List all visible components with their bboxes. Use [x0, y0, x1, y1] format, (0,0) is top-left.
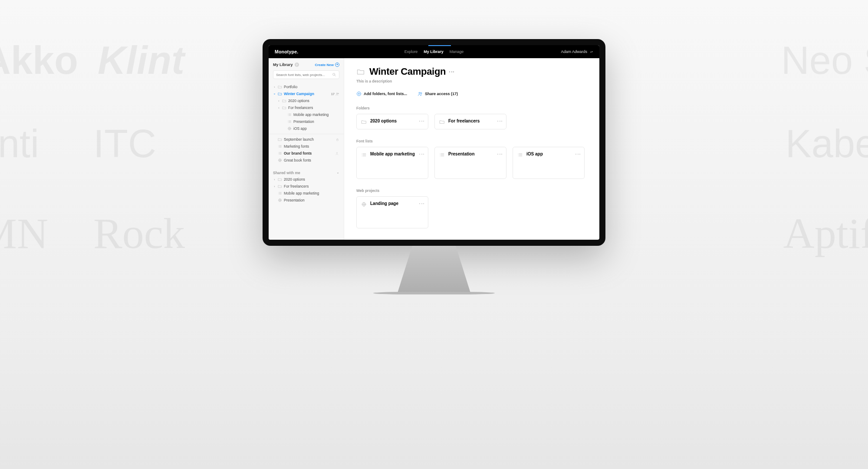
- section-webprojects-label: Web projects: [356, 188, 587, 193]
- folder-card-2020-options[interactable]: 2020 options ⋮: [356, 114, 428, 129]
- shared-item-2020-options[interactable]: › 2020 options: [269, 176, 344, 183]
- svg-point-29: [278, 152, 279, 153]
- section-fontlists-label: Font lists: [356, 139, 587, 143]
- user-menu[interactable]: Adam Adwards ▴▾: [561, 50, 593, 54]
- page-description: This is a description: [356, 79, 587, 83]
- svg-point-67: [518, 156, 519, 156]
- lock-icon: [335, 138, 339, 142]
- folder-icon: [282, 106, 286, 110]
- top-nav-links: Explore My Library Manage: [404, 50, 464, 54]
- list-icon: [361, 152, 367, 158]
- page-title: Winter Campaign: [369, 66, 446, 77]
- globe-icon: [278, 198, 282, 202]
- tree-item-presentation[interactable]: › Presentation: [269, 118, 344, 125]
- folder-icon: [361, 119, 367, 125]
- add-folders-button[interactable]: Add folders, font lists...: [356, 91, 407, 96]
- fontlist-card-ios-app[interactable]: iOS app ⋮: [513, 147, 585, 179]
- svg-point-49: [421, 92, 422, 94]
- page-menu-button[interactable]: ⋮: [450, 69, 454, 74]
- folder-icon: [282, 99, 286, 103]
- webproject-card-landing-page[interactable]: Landing page ⋮: [356, 196, 428, 228]
- section-folders-label: Folders: [356, 106, 587, 110]
- svg-point-13: [288, 121, 288, 121]
- card-menu-button[interactable]: ⋮: [420, 201, 424, 206]
- nav-my-library[interactable]: My Library: [424, 50, 444, 54]
- list-icon: [517, 152, 523, 158]
- svg-point-2: [336, 92, 337, 93]
- folder-icon: [278, 137, 282, 142]
- card-menu-button[interactable]: ⋮: [420, 152, 424, 157]
- svg-point-25: [278, 147, 279, 148]
- svg-point-7: [288, 114, 288, 114]
- folder-icon: [439, 119, 445, 125]
- people-icon: [418, 91, 423, 96]
- globe-icon: [278, 158, 282, 162]
- create-new-button[interactable]: Create New +: [315, 63, 339, 67]
- search-input-wrapper[interactable]: [273, 70, 339, 79]
- svg-point-66: [518, 155, 519, 155]
- sidebar-title: My Library ?: [273, 63, 299, 67]
- nav-explore[interactable]: Explore: [404, 50, 418, 54]
- tree-item-portfolio[interactable]: › Portfolio: [269, 83, 344, 90]
- svg-point-53: [362, 153, 362, 154]
- plus-circle-icon: +: [335, 63, 339, 67]
- svg-point-61: [440, 156, 441, 156]
- people-icon: [335, 92, 339, 96]
- list-icon: [287, 119, 292, 124]
- svg-point-41: [278, 194, 279, 195]
- folder-icon: [278, 184, 282, 188]
- tree-item-marketing-fonts[interactable]: › Marketing fonts: [269, 143, 344, 150]
- main-content: Winter Campaign ⋮ This is a description …: [344, 58, 599, 240]
- user-name: Adam Adwards: [561, 50, 587, 54]
- brand-logo[interactable]: Monotype.: [275, 49, 298, 54]
- help-icon[interactable]: ?: [295, 63, 299, 67]
- card-menu-button[interactable]: ⋮: [576, 152, 580, 157]
- folder-card-for-freelancers[interactable]: For freelancers ⋮: [434, 114, 506, 129]
- tree-item-2020-options[interactable]: › 2020 options: [269, 97, 344, 104]
- tree-item-for-freelancers[interactable]: › For freelancers: [269, 104, 344, 111]
- sidebar: My Library ? Create New +: [269, 58, 344, 240]
- card-menu-button[interactable]: ⋮: [498, 119, 502, 124]
- svg-point-14: [288, 122, 288, 122]
- fontlist-card-presentation[interactable]: Presentation ⋮: [434, 147, 506, 179]
- tree-item-september-launch[interactable]: › September launch: [269, 136, 344, 143]
- folder-icon: [278, 177, 282, 182]
- search-icon: [332, 73, 336, 77]
- tree-item-winter-campaign[interactable]: › Winter Campaign 17: [269, 90, 344, 97]
- chevron-updown-icon: ▴▾: [590, 50, 593, 53]
- folder-tree: › Portfolio › Winter Campaign 17: [269, 83, 344, 168]
- shared-item-presentation[interactable]: › Presentation: [269, 197, 344, 204]
- svg-point-60: [440, 155, 441, 155]
- share-access-button[interactable]: Share access (17): [418, 91, 458, 96]
- svg-point-9: [288, 116, 288, 116]
- tree-item-great-book-fonts[interactable]: › Great book fonts: [269, 157, 344, 164]
- nav-manage[interactable]: Manage: [450, 50, 464, 54]
- svg-point-39: [278, 192, 279, 193]
- folder-icon: [278, 85, 282, 89]
- shared-item-for-freelancers[interactable]: › For freelancers: [269, 183, 344, 190]
- card-menu-button[interactable]: ⋮: [420, 119, 424, 124]
- fontlist-card-mobile-marketing[interactable]: Mobile app marketing ⋮: [356, 147, 428, 179]
- tree-item-mobile-marketing[interactable]: › Mobile app marketing: [269, 111, 344, 118]
- list-icon: [278, 144, 282, 149]
- shared-item-mobile-marketing[interactable]: › Mobile app marketing: [269, 190, 344, 197]
- top-nav-bar: Monotype. Explore My Library Manage Adam…: [269, 45, 599, 58]
- folder-large-icon: [356, 67, 365, 76]
- svg-point-24: [278, 146, 279, 147]
- search-input[interactable]: [276, 73, 330, 77]
- card-menu-button[interactable]: ⋮: [498, 152, 502, 157]
- active-tab-indicator: [428, 45, 451, 46]
- svg-point-32: [336, 152, 337, 153]
- svg-point-15: [288, 122, 288, 123]
- people-icon: [335, 152, 339, 155]
- tree-item-ios-app[interactable]: › iOS app: [269, 125, 344, 132]
- globe-icon: [361, 201, 367, 207]
- svg-point-0: [333, 73, 335, 76]
- tree-item-our-brand-fonts[interactable]: › Our brand fonts: [269, 150, 344, 157]
- svg-point-65: [518, 153, 519, 154]
- list-icon: [439, 152, 445, 158]
- svg-rect-19: [337, 139, 339, 141]
- shared-with-me-header[interactable]: Shared with me ›: [269, 168, 344, 176]
- svg-point-40: [278, 193, 279, 194]
- svg-point-23: [278, 145, 279, 146]
